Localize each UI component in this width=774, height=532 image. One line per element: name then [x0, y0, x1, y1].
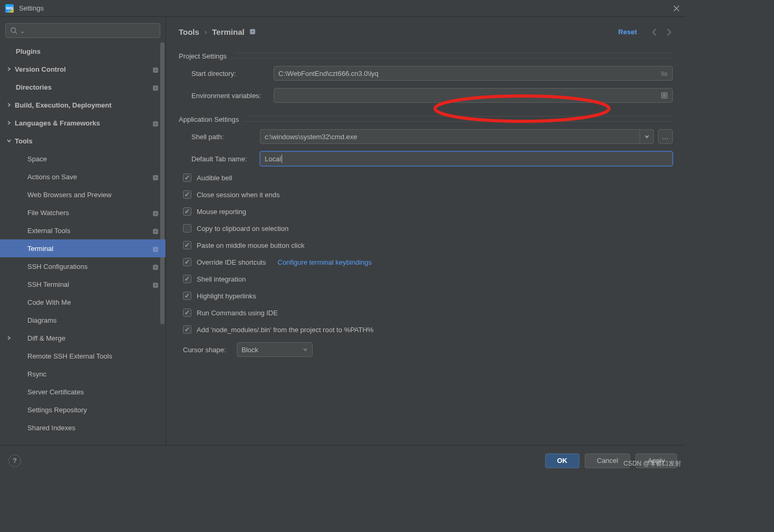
dialog-footer: ? OK Cancel Apply — [0, 445, 685, 476]
folder-icon[interactable] — [661, 70, 668, 77]
forward-icon[interactable] — [664, 28, 673, 36]
help-button[interactable]: ? — [8, 454, 21, 467]
sidebar-item-version-control[interactable]: Version Control — [0, 60, 166, 78]
sidebar-item-label: SSH Configurations — [27, 263, 88, 270]
sidebar-item-tools[interactable]: Tools — [0, 132, 166, 150]
svg-rect-10 — [154, 212, 157, 215]
chevron-down-icon — [6, 138, 12, 143]
sidebar-item-label: Diff & Merge — [27, 334, 65, 342]
sidebar-item-diagrams[interactable]: Diagrams — [0, 311, 166, 329]
sidebar-item-label: Directories — [16, 83, 52, 91]
cursor-shape-label: Cursor shape: — [170, 346, 237, 354]
checkbox[interactable] — [183, 325, 191, 334]
checkbox[interactable] — [183, 275, 191, 283]
checkbox[interactable] — [183, 292, 191, 300]
cursor-shape-select[interactable]: Block — [237, 342, 313, 357]
sidebar-item-remote-ssh-external-tools[interactable]: Remote SSH External Tools — [0, 347, 166, 365]
sidebar-item-label: File Watchers — [27, 209, 69, 217]
title-bar: WS Settings — [0, 0, 685, 17]
sidebar-item-rsync[interactable]: Rsync — [0, 365, 166, 383]
checkbox-label: Close session when it ends — [197, 191, 280, 199]
sidebar-item-label: Actions on Save — [27, 173, 77, 181]
breadcrumb-parent[interactable]: Tools — [179, 27, 199, 36]
sidebar-item-label: Server Certificates — [27, 388, 84, 396]
breadcrumb: Tools › Terminal Reset — [179, 27, 673, 36]
sidebar-item-external-tools[interactable]: External Tools — [0, 221, 166, 239]
configure-keybindings-link[interactable]: Configure terminal keybindings — [278, 258, 372, 266]
sidebar-item-diff-merge[interactable]: Diff & Merge — [0, 329, 166, 347]
sidebar-item-web-browsers-and-preview[interactable]: Web Browsers and Preview — [0, 186, 166, 204]
sidebar-item-space[interactable]: Space — [0, 150, 166, 168]
sidebar-item-directories[interactable]: Directories — [0, 78, 166, 96]
default-tab-input[interactable]: Local — [260, 151, 673, 166]
search-icon — [10, 27, 17, 34]
shell-path-browse-button[interactable]: … — [658, 129, 673, 144]
sidebar-item-server-certificates[interactable]: Server Certificates — [0, 383, 166, 401]
checkbox-row: Highlight hyperlinks — [183, 292, 673, 300]
project-marker-icon — [153, 66, 158, 72]
window-title: Settings — [19, 4, 44, 12]
project-marker-icon — [250, 28, 255, 36]
settings-content: Tools › Terminal Reset Project Settings … — [166, 17, 685, 445]
sidebar-item-label: Tools — [15, 137, 33, 145]
settings-tree[interactable]: PluginsVersion ControlDirectoriesBuild, … — [0, 42, 166, 445]
checkbox-row: Close session when it ends — [183, 190, 673, 199]
ok-button[interactable]: OK — [545, 453, 580, 468]
checkbox[interactable] — [183, 173, 191, 182]
sidebar-item-file-watchers[interactable]: File Watchers — [0, 204, 166, 221]
sidebar-item-label: Code With Me — [27, 298, 71, 306]
checkbox-row: Audible bell — [183, 173, 673, 182]
chevron-right-icon — [6, 66, 12, 72]
chevron-right-icon — [6, 120, 12, 125]
sidebar-item-ssh-configurations[interactable]: SSH Configurations — [0, 257, 166, 275]
svg-rect-14 — [154, 248, 157, 250]
svg-point-0 — [11, 28, 16, 33]
search-input[interactable]: ⌄ — [5, 23, 160, 38]
sidebar-item-build-execution-deployment[interactable]: Build, Execution, Deployment — [0, 96, 166, 114]
sidebar-item-ssh-terminal[interactable]: SSH Terminal — [0, 275, 166, 293]
shell-path-label: Shell path: — [179, 133, 260, 141]
chevron-down-icon — [303, 347, 308, 352]
sidebar-item-code-with-me[interactable]: Code With Me — [0, 293, 166, 311]
sidebar-item-terminal[interactable]: Terminal — [0, 239, 166, 257]
checkbox-label: Mouse reporting — [197, 208, 246, 216]
back-icon[interactable] — [651, 28, 659, 36]
checkbox[interactable] — [183, 308, 191, 317]
sidebar-item-settings-repository[interactable]: Settings Repository — [0, 401, 166, 419]
project-marker-icon — [153, 210, 158, 215]
svg-rect-20 — [250, 30, 255, 34]
project-marker-icon — [153, 228, 158, 233]
checkbox-label: Add 'node_modules/.bin' from the project… — [197, 326, 373, 334]
close-icon[interactable] — [673, 5, 680, 12]
env-vars-label: Environment variables: — [179, 92, 274, 100]
checkbox[interactable] — [183, 207, 191, 216]
shell-path-input[interactable]: c:\windows\system32\cmd.exe — [260, 129, 640, 144]
sidebar-item-plugins[interactable]: Plugins — [0, 42, 166, 60]
list-icon[interactable] — [661, 92, 668, 99]
sidebar-item-label: Shared Indexes — [27, 424, 75, 432]
sidebar-item-label: Space — [27, 155, 47, 163]
sidebar-item-languages-frameworks[interactable]: Languages & Frameworks — [0, 114, 166, 132]
sidebar-item-label: Terminal — [27, 245, 53, 253]
sidebar-item-label: Web Browsers and Preview — [27, 191, 111, 199]
checkbox[interactable] — [183, 241, 191, 249]
start-directory-input[interactable]: C:\WebFontEnd\czt666.cn3.0\lyq — [274, 66, 673, 81]
sidebar-item-shared-indexes[interactable]: Shared Indexes — [0, 419, 166, 437]
shell-path-dropdown[interactable] — [640, 129, 654, 144]
svg-rect-17 — [153, 283, 158, 287]
checkbox-label: Override IDE shortcuts — [197, 258, 266, 266]
svg-rect-3 — [153, 86, 158, 90]
project-marker-icon — [153, 84, 158, 90]
project-marker-icon — [153, 264, 158, 269]
sidebar-item-label: Languages & Frameworks — [15, 119, 100, 127]
reset-link[interactable]: Reset — [618, 28, 637, 36]
checkbox-label: Paste on middle mouse button click — [197, 241, 305, 249]
checkbox-row: Paste on middle mouse button click — [183, 241, 673, 249]
checkbox[interactable] — [183, 190, 191, 199]
env-vars-input[interactable] — [274, 88, 673, 103]
checkbox-label: Copy to clipboard on selection — [197, 225, 288, 233]
checkbox[interactable] — [183, 258, 191, 266]
checkbox-row: Run Commands using IDE — [183, 308, 673, 317]
checkbox[interactable] — [183, 224, 191, 233]
sidebar-item-actions-on-save[interactable]: Actions on Save — [0, 168, 166, 186]
